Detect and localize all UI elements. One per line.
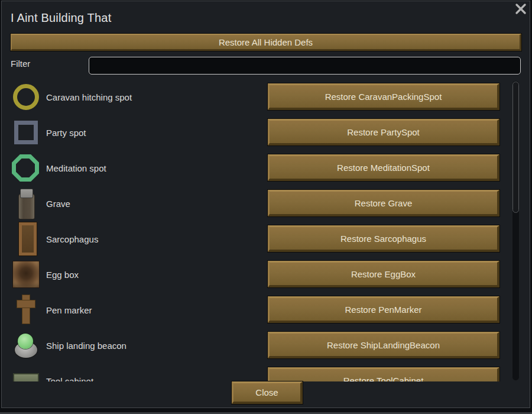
egg-box-icon bbox=[13, 261, 39, 287]
def-label: Grave bbox=[46, 186, 70, 221]
scrollbar-track[interactable] bbox=[512, 80, 520, 381]
grave-icon bbox=[18, 189, 34, 218]
restore-def-button[interactable]: Restore ShipLandingBeacon bbox=[268, 332, 499, 358]
def-label: Party spot bbox=[46, 115, 86, 150]
restore-def-button[interactable]: Restore Sarcophagus bbox=[268, 225, 499, 252]
def-row: Caravan hitching spot Restore CaravanPac… bbox=[11, 79, 510, 115]
restore-def-button[interactable]: Restore PartySpot bbox=[268, 119, 499, 145]
defs-list: Caravan hitching spot Restore CaravanPac… bbox=[11, 79, 510, 381]
party-spot-icon bbox=[14, 121, 38, 144]
close-x-button[interactable] bbox=[514, 2, 528, 17]
def-label: Egg box bbox=[46, 257, 79, 292]
close-icon bbox=[515, 3, 527, 17]
def-row: Grave Restore Grave bbox=[11, 186, 510, 221]
def-row: Party spot Restore PartySpot bbox=[11, 115, 510, 150]
scrollbar-thumb[interactable] bbox=[512, 82, 519, 213]
sarcophagus-icon bbox=[19, 222, 37, 255]
def-label: Caravan hitching spot bbox=[46, 79, 132, 115]
restore-all-button[interactable]: Restore All Hidden Defs bbox=[11, 34, 521, 51]
def-label: Meditation spot bbox=[46, 150, 106, 186]
filter-input[interactable] bbox=[89, 57, 521, 75]
def-row: Ship landing beacon Restore ShipLandingB… bbox=[11, 328, 510, 363]
restore-def-button[interactable]: Restore Grave bbox=[268, 190, 499, 216]
ship-landing-beacon-icon bbox=[13, 332, 39, 358]
restore-def-button[interactable]: Restore MeditationSpot bbox=[268, 154, 499, 181]
restore-def-button[interactable]: Restore EggBox bbox=[268, 261, 499, 287]
def-row: Egg box Restore EggBox bbox=[11, 257, 510, 292]
filter-label: Filter bbox=[11, 59, 30, 69]
def-row: Pen marker Restore PenMarker bbox=[11, 292, 510, 328]
caravan-hitching-spot-icon bbox=[13, 84, 39, 110]
def-row: Sarcophagus Restore Sarcophagus bbox=[11, 221, 510, 257]
def-row: Tool cabinet Restore ToolCabinet bbox=[11, 363, 510, 381]
mod-settings-dialog: I Aint Building That Restore All Hidden … bbox=[1, 1, 530, 408]
restore-def-button[interactable]: Restore CaravanPackingSpot bbox=[268, 83, 499, 110]
def-row: Meditation spot Restore MeditationSpot bbox=[11, 150, 510, 186]
restore-def-button[interactable]: Restore PenMarker bbox=[268, 296, 499, 323]
restore-def-button[interactable]: Restore ToolCabinet bbox=[268, 367, 499, 381]
page-title: I Aint Building That bbox=[11, 11, 111, 25]
close-button[interactable]: Close bbox=[232, 381, 303, 404]
meditation-spot-icon bbox=[12, 154, 39, 182]
tool-cabinet-icon bbox=[13, 373, 39, 381]
def-label: Tool cabinet bbox=[46, 363, 93, 381]
def-label: Ship landing beacon bbox=[46, 328, 126, 363]
pen-marker-icon bbox=[13, 295, 39, 325]
def-label: Pen marker bbox=[46, 292, 92, 328]
def-label: Sarcophagus bbox=[46, 221, 98, 257]
